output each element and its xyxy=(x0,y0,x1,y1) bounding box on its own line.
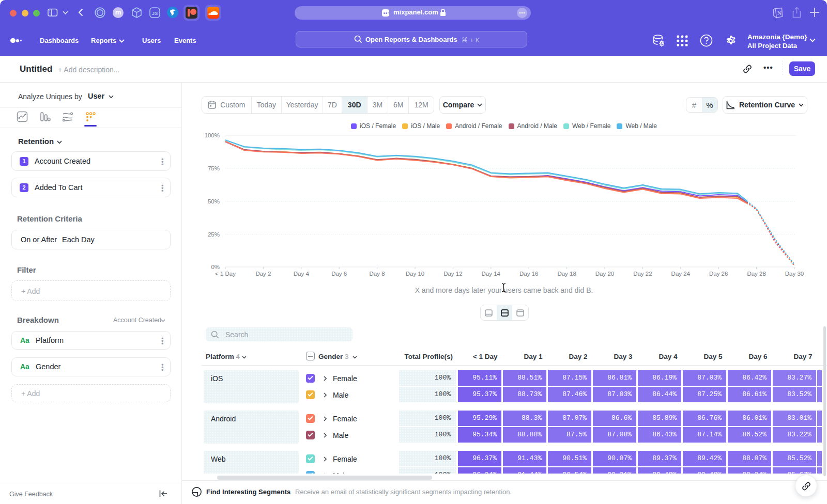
svg-text:Day 20: Day 20 xyxy=(595,271,614,277)
svg-text:Day 6: Day 6 xyxy=(331,271,347,277)
svg-text:25%: 25% xyxy=(208,231,220,238)
svg-text:Day 4: Day 4 xyxy=(294,271,310,277)
svg-text:Day 30: Day 30 xyxy=(785,271,804,277)
svg-text:Day 28: Day 28 xyxy=(747,271,765,277)
svg-text:Day 22: Day 22 xyxy=(633,271,652,277)
svg-text:Day 10: Day 10 xyxy=(406,271,424,277)
svg-text:0%: 0% xyxy=(211,264,220,270)
svg-text:Day 26: Day 26 xyxy=(709,271,728,277)
svg-text:Day 16: Day 16 xyxy=(519,271,538,277)
svg-text:75%: 75% xyxy=(208,165,220,171)
svg-text:Day 24: Day 24 xyxy=(671,271,691,277)
svg-text:Day 8: Day 8 xyxy=(370,271,385,277)
svg-text:< 1 Day: < 1 Day xyxy=(215,271,236,277)
svg-text:Day 14: Day 14 xyxy=(482,271,501,277)
svg-text:Day 2: Day 2 xyxy=(255,271,271,277)
svg-text:Day 12: Day 12 xyxy=(443,271,462,277)
svg-text:Day 18: Day 18 xyxy=(557,271,576,277)
svg-text:50%: 50% xyxy=(208,198,220,204)
svg-text:100%: 100% xyxy=(205,132,220,138)
